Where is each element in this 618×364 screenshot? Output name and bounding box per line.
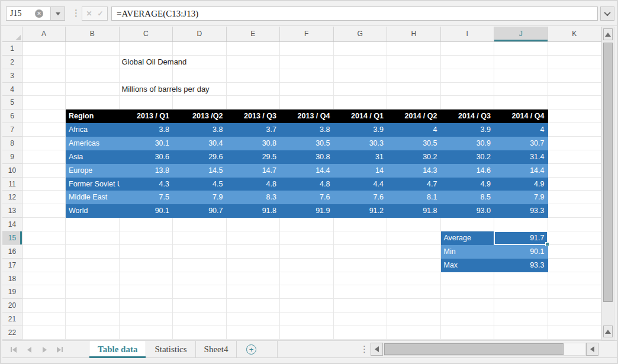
value-cell[interactable]: 14 — [334, 164, 388, 178]
value-cell[interactable]: 91.8 — [227, 204, 281, 218]
value-cell[interactable]: 7.6 — [334, 191, 388, 204]
value-cell[interactable]: 4.7 — [387, 178, 441, 191]
region-cell[interactable]: Asia — [66, 150, 120, 164]
value-cell[interactable]: 30.2 — [387, 150, 441, 164]
name-box-input[interactable] — [7, 9, 35, 18]
value-cell[interactable]: 4.9 — [441, 178, 495, 191]
add-sheet-button[interactable]: + — [246, 344, 256, 355]
value-cell[interactable]: 93.3 — [494, 204, 548, 218]
value-cell[interactable]: 29.5 — [227, 150, 281, 164]
value-cell[interactable]: 7.5 — [120, 191, 173, 204]
scroll-right-button[interactable] — [586, 343, 598, 356]
region-cell[interactable]: Former Soviet Union — [66, 178, 120, 191]
value-cell[interactable]: 4 — [494, 123, 548, 137]
vertical-scrollbar-thumb[interactable] — [603, 43, 613, 302]
name-box-dropdown-button[interactable] — [50, 7, 65, 20]
value-cell[interactable]: 7.9 — [173, 191, 227, 204]
table-header-cell[interactable]: 2013 / Q4 — [280, 109, 334, 123]
region-cell[interactable]: Africa — [66, 123, 120, 137]
value-cell[interactable]: 90.1 — [120, 204, 173, 218]
value-cell[interactable]: 4.8 — [280, 178, 334, 191]
summary-label[interactable]: Max — [441, 259, 495, 272]
value-cell[interactable]: 30.6 — [120, 150, 173, 164]
table-header-cell[interactable]: 2013 / Q1 — [120, 109, 173, 123]
table-header-cell[interactable]: 2013 / Q3 — [227, 109, 281, 123]
value-cell[interactable]: 30.5 — [387, 137, 441, 150]
value-cell[interactable]: 4 — [387, 123, 441, 137]
value-cell[interactable]: 8.1 — [387, 191, 441, 204]
value-cell[interactable]: 3.8 — [280, 123, 334, 137]
value-cell[interactable]: 30.8 — [280, 150, 334, 164]
formula-expand-button[interactable] — [600, 7, 614, 21]
region-cell[interactable]: World — [66, 204, 120, 218]
value-cell[interactable]: 31 — [334, 150, 388, 164]
summary-value[interactable]: 93.3 — [494, 259, 548, 272]
value-cell[interactable]: 14.7 — [227, 164, 281, 178]
value-cell[interactable]: 29.6 — [173, 150, 227, 164]
tab-statistics[interactable]: Statistics — [146, 341, 195, 358]
table-header-cell[interactable]: 2014 / Q1 — [334, 109, 388, 123]
value-cell[interactable]: 30.2 — [441, 150, 495, 164]
value-cell[interactable]: 8.3 — [227, 191, 281, 204]
horizontal-scrollbar[interactable] — [384, 343, 586, 356]
fill-handle[interactable] — [545, 242, 549, 246]
value-cell[interactable]: 93.0 — [441, 204, 495, 218]
value-cell[interactable]: 3.8 — [173, 123, 227, 137]
value-cell[interactable]: 30.4 — [173, 137, 227, 150]
table-header-cell[interactable]: 2014 / Q3 — [441, 109, 495, 123]
region-cell[interactable]: Europe — [66, 164, 120, 178]
summary-value[interactable]: 90.1 — [494, 245, 548, 259]
value-cell[interactable]: 91.8 — [387, 204, 441, 218]
table-header-cell[interactable]: 2014 / Q2 — [387, 109, 441, 123]
value-cell[interactable]: 8.5 — [441, 191, 495, 204]
value-cell[interactable]: 14.6 — [441, 164, 495, 178]
value-cell[interactable]: 7.6 — [280, 191, 334, 204]
region-cell[interactable]: Americas — [66, 137, 120, 150]
value-cell[interactable]: 30.9 — [441, 137, 495, 150]
clear-name-icon[interactable]: ✕ — [35, 9, 43, 18]
value-cell[interactable]: 4.4 — [334, 178, 388, 191]
previous-sheet-button[interactable] — [21, 341, 37, 358]
value-cell[interactable]: 3.8 — [120, 123, 173, 137]
tab-table-data[interactable]: Table data — [89, 341, 146, 358]
value-cell[interactable]: 4.9 — [494, 178, 548, 191]
value-cell[interactable]: 91.9 — [280, 204, 334, 218]
value-cell[interactable]: 3.9 — [441, 123, 495, 137]
value-cell[interactable]: 4.8 — [227, 178, 281, 191]
value-cell[interactable]: 3.9 — [334, 123, 388, 137]
scroll-left-button[interactable] — [371, 343, 383, 356]
first-sheet-button[interactable] — [6, 341, 21, 358]
value-cell[interactable]: 3.7 — [227, 123, 281, 137]
value-cell[interactable]: 4.5 — [173, 178, 227, 191]
summary-label[interactable]: Average — [441, 231, 495, 245]
table-header-cell[interactable]: 2014 / Q4 — [494, 109, 548, 123]
next-sheet-button[interactable] — [37, 341, 52, 358]
value-cell[interactable]: 30.1 — [120, 137, 173, 150]
scroll-down-button[interactable] — [603, 326, 613, 337]
value-cell[interactable]: 91.2 — [334, 204, 388, 218]
horizontal-scrollbar-thumb[interactable] — [384, 343, 564, 355]
last-sheet-button[interactable] — [52, 341, 67, 358]
vertical-scrollbar[interactable] — [601, 27, 614, 340]
value-cell[interactable]: 30.5 — [280, 137, 334, 150]
value-cell[interactable]: 14.4 — [280, 164, 334, 178]
scroll-up-button[interactable] — [603, 28, 613, 40]
table-header-cell[interactable]: 2013 /Q2 — [173, 109, 227, 123]
summary-label[interactable]: Min — [441, 245, 495, 259]
formula-input[interactable] — [111, 7, 598, 21]
table-header-cell[interactable]: Region — [66, 109, 120, 123]
value-cell[interactable]: 30.8 — [227, 137, 281, 150]
value-cell[interactable]: 31.4 — [494, 150, 548, 164]
cancel-entry-icon[interactable]: ✕ — [86, 9, 92, 18]
value-cell[interactable]: 30.7 — [494, 137, 548, 150]
value-cell[interactable]: 4.3 — [120, 178, 173, 191]
value-cell[interactable]: 14.5 — [173, 164, 227, 178]
region-cell[interactable]: Middle East — [66, 191, 120, 204]
value-cell[interactable]: 90.7 — [173, 204, 227, 218]
confirm-entry-icon[interactable]: ✓ — [98, 9, 104, 18]
value-cell[interactable]: 30.3 — [334, 137, 388, 150]
value-cell[interactable]: 14.3 — [387, 164, 441, 178]
value-cell[interactable]: 13.8 — [120, 164, 173, 178]
name-box[interactable]: ✕ — [6, 7, 65, 21]
value-cell[interactable]: 7.9 — [494, 191, 548, 204]
